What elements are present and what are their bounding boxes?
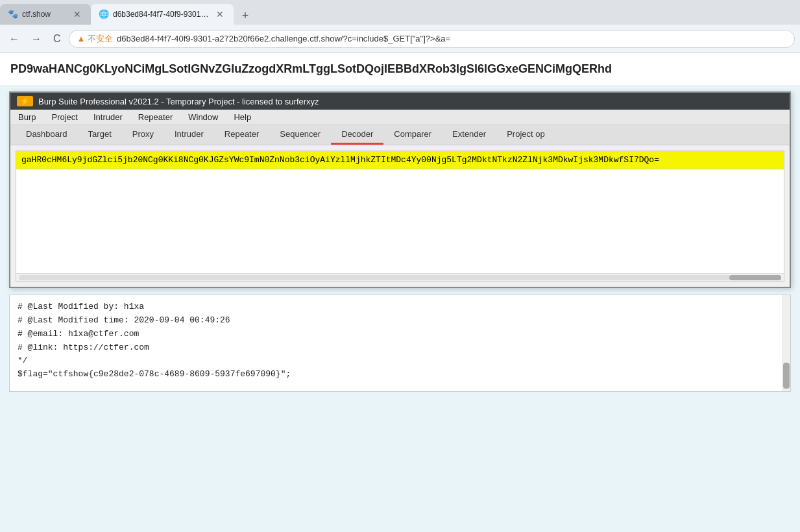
burp-menubar: Burp Project Intruder Repeater Window He…	[10, 110, 790, 125]
tab1-icon: 🐾	[8, 9, 18, 19]
decoder-area: gaHR0cHM6Ly9jdGZlci5jb20NCg0KKi8NCg0KJGZ…	[16, 151, 784, 282]
burp-window: ⚡ Burp Suite Professional v2021.2 - Temp…	[9, 91, 791, 288]
tab2-icon: 🌐	[99, 9, 109, 19]
code-line-4: # @link: https://ctfer.com	[18, 341, 782, 355]
scrollbar-track	[19, 275, 781, 280]
forward-button[interactable]: →	[27, 32, 45, 46]
code-scrollbar[interactable]	[782, 295, 790, 391]
burp-title: Burp Suite Professional v2021.2 - Tempor…	[38, 97, 319, 106]
code-line-2: # @Last Modified time: 2020-09-04 00:49:…	[18, 314, 782, 328]
page-response: PD9waHANCg0KLyoNCiMgLSotIGNvZGluZzogdXRm…	[10, 61, 790, 77]
tab2-title: d6b3ed84-f4f7-40f9-9301-a27	[113, 10, 209, 19]
tab-ctfshow[interactable]: 🐾 ctf.show ✕	[0, 4, 91, 25]
new-tab-button[interactable]: +	[236, 6, 254, 25]
code-line-3: # @email: h1xa@ctfer.com	[18, 328, 782, 341]
menu-window[interactable]: Window	[186, 111, 221, 123]
menu-burp[interactable]: Burp	[16, 111, 38, 123]
url-text: d6b3ed84-f4f7-40f9-9301-a272b20f66e2.cha…	[117, 34, 450, 43]
tab-bar: 🐾 ctf.show ✕ 🌐 d6b3ed84-f4f7-40f9-9301-a…	[0, 0, 800, 25]
tab-comparer[interactable]: Comparer	[383, 125, 442, 145]
tab-extender[interactable]: Extender	[442, 125, 496, 145]
tab-decoder[interactable]: Decoder	[331, 125, 383, 145]
reload-button[interactable]: C	[49, 32, 65, 46]
decoder-empty-area	[16, 169, 784, 273]
tab-intruder[interactable]: Intruder	[164, 125, 214, 145]
tab-dashboard[interactable]: Dashboard	[16, 125, 78, 145]
burp-lightning-icon: ⚡	[17, 96, 33, 106]
decoder-scrollbar[interactable]	[16, 273, 784, 281]
code-line-flag: $flag="ctfshow{c9e28de2-078c-4689-8609-5…	[18, 368, 782, 381]
tab-proxy[interactable]: Proxy	[122, 125, 164, 145]
code-line-1: # @Last Modified by: h1xa	[18, 300, 782, 314]
menu-help[interactable]: Help	[231, 111, 254, 123]
tab1-title: ctf.show	[22, 10, 66, 19]
code-line-6: */	[18, 354, 782, 368]
url-bar[interactable]: ▲ 不安全 d6b3ed84-f4f7-40f9-9301-a272b20f66…	[69, 30, 795, 48]
tab2-close[interactable]: ✕	[214, 8, 226, 20]
burp-tabs: Dashboard Target Proxy Intruder Repeater…	[10, 125, 790, 145]
tab-project-options[interactable]: Project op	[496, 125, 555, 145]
code-scrollbar-thumb	[783, 363, 790, 389]
tab1-close[interactable]: ✕	[71, 8, 83, 20]
tab-sequencer[interactable]: Sequencer	[269, 125, 331, 145]
page-content: PD9waHANCg0KLyoNCiMgLSotIGNvZGluZzogdXRm…	[0, 53, 800, 85]
security-icon: ▲ 不安全	[77, 33, 113, 45]
address-bar: ← → C ▲ 不安全 d6b3ed84-f4f7-40f9-9301-a272…	[0, 25, 800, 53]
code-area: # @Last Modified by: h1xa # @Last Modifi…	[9, 295, 791, 392]
decoder-input-text[interactable]: gaHR0cHM6Ly9jdGZlci5jb20NCg0KKi8NCg0KJGZ…	[16, 151, 784, 169]
tab-target[interactable]: Target	[78, 125, 122, 145]
back-button[interactable]: ←	[5, 32, 23, 46]
menu-repeater[interactable]: Repeater	[136, 111, 175, 123]
menu-project[interactable]: Project	[49, 111, 80, 123]
tab-repeater[interactable]: Repeater	[214, 125, 269, 145]
tab-challenge[interactable]: 🌐 d6b3ed84-f4f7-40f9-9301-a27 ✕	[91, 4, 234, 25]
menu-intruder[interactable]: Intruder	[91, 111, 125, 123]
browser-chrome: 🐾 ctf.show ✕ 🌐 d6b3ed84-f4f7-40f9-9301-a…	[0, 0, 800, 53]
burp-titlebar: ⚡ Burp Suite Professional v2021.2 - Temp…	[10, 93, 790, 110]
scrollbar-thumb	[729, 275, 781, 280]
